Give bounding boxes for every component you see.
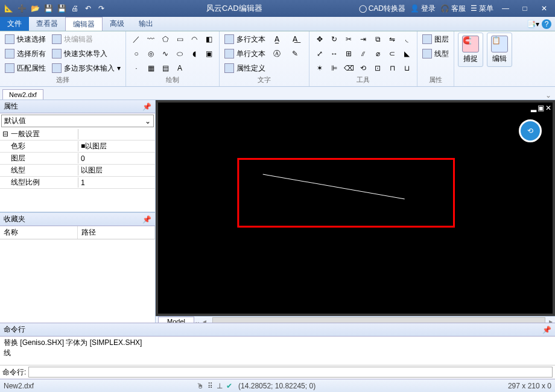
minimize-button[interactable]: — [498,2,513,14]
prop-row-color[interactable]: 色彩■以图层 [0,141,155,153]
save-icon[interactable]: 💾 [42,2,54,14]
copy-icon[interactable]: ⧉ [371,33,384,46]
redo-icon[interactable]: ↷ [95,2,107,14]
text-tool-4-icon[interactable]: ✎ [288,47,302,60]
ellipse-icon[interactable]: ⬭ [173,47,186,60]
edit-button[interactable]: 📋编辑 [487,33,512,67]
text-tool-1-icon[interactable]: A̲ [270,33,284,46]
new-icon[interactable]: ➕ [16,2,28,14]
maximize-button[interactable]: □ [518,2,532,14]
extend-icon[interactable]: ⇥ [357,33,370,46]
hatch-icon[interactable]: ▦ [144,62,157,75]
open-icon[interactable]: 📂 [29,2,41,14]
shape-icon[interactable]: ◧ [202,33,215,46]
attrdef-button[interactable]: 属性定义 [223,62,267,75]
mirror-icon[interactable]: ⇋ [385,33,399,46]
block-editor-button[interactable]: 块编辑器 [51,33,122,46]
align-icon[interactable]: ⊫ [328,62,341,75]
point-icon[interactable]: · [130,62,143,75]
login-button[interactable]: 👤登录 [410,4,436,14]
scale-icon[interactable]: ⤢ [313,47,326,60]
join-icon[interactable]: ⊂ [385,47,399,60]
quick-select-button[interactable]: 快速选择 [4,33,47,46]
rect-icon[interactable]: ▭ [173,33,186,46]
command-input[interactable] [28,367,553,378]
fillet-icon[interactable]: ◟ [400,33,413,46]
pin-icon[interactable]: 📌 [542,326,551,334]
document-tab[interactable]: New2.dxf [2,89,43,100]
text-tool-3-icon[interactable]: Ⓐ [270,47,284,60]
linetype-button[interactable]: 线型 [421,47,450,60]
cad-converter-button[interactable]: ◯CAD转换器 [359,4,405,14]
tab-editor[interactable]: 编辑器 [65,17,103,31]
explode-icon[interactable]: ✶ [313,62,326,75]
stretch-icon[interactable]: ↔ [328,47,341,60]
help-icon[interactable]: ? [542,19,551,29]
spline-icon[interactable]: ∿ [159,47,172,60]
drawing-canvas[interactable]: ▂ ▣ ✕ ⟲ [158,103,553,314]
canvas-fab-button[interactable]: ⟲ [519,119,542,142]
circle-icon[interactable]: ○ [130,47,143,60]
block-icon[interactable]: ▣ [202,47,215,60]
polyline-icon[interactable]: 〰 [144,33,157,46]
close-button[interactable]: ✕ [537,2,551,14]
polygon-icon[interactable]: ⬠ [159,33,172,46]
print-icon[interactable]: 🖨 [69,2,81,14]
pin-icon[interactable]: 📌 [142,215,151,224]
prop-row-layer[interactable]: 图层0 [0,153,155,165]
tab-viewer[interactable]: 查看器 [29,17,65,31]
snap-button[interactable]: 🧲捕捉 [458,33,483,67]
layer-button[interactable]: 图层 [421,33,450,46]
prop-row-linetype[interactable]: 线型以图层 [0,165,155,177]
erase-icon[interactable]: ⌫ [342,62,355,75]
arc-icon[interactable]: ◠ [188,33,201,46]
app-icon[interactable]: 📐 [2,2,14,14]
stext-button[interactable]: 单行文本 [223,47,267,60]
status-snap-icon[interactable]: ✔ [226,382,232,390]
undo-icon[interactable]: ↶ [82,2,94,14]
select-all-button[interactable]: 选择所有 [4,47,47,60]
chamfer-icon[interactable]: ◣ [400,47,413,60]
canvas-min-icon[interactable]: ▂ [531,104,536,112]
tab-output[interactable]: 输出 [132,17,160,31]
tool-20-icon[interactable]: ⊓ [385,62,399,75]
region-icon[interactable]: ▤ [159,62,172,75]
text-tool-2-icon[interactable]: A͟ [288,33,302,46]
tool-18-icon[interactable]: ⟲ [357,62,370,75]
favorites-col-path[interactable]: 路径 [78,226,156,239]
trim-icon[interactable]: ✂ [342,33,355,46]
canvas-close-icon[interactable]: ✕ [545,104,551,112]
break-icon[interactable]: ⌀ [371,47,384,60]
donut-icon[interactable]: ◎ [144,47,157,60]
offset-icon[interactable]: ⫽ [357,47,370,60]
polygon-import-button[interactable]: 多边形实体输入▾ [51,62,122,75]
prop-row-linescale[interactable]: 线型比例1 [0,177,155,189]
quick-import-button[interactable]: 快速实体导入 [51,47,122,60]
tab-file[interactable]: 文件 [0,17,29,31]
status-grid-icon[interactable]: ⠿ [208,382,213,390]
pin-icon[interactable]: 📌 [142,103,151,111]
tool-19-icon[interactable]: ⊡ [371,62,384,75]
rotate-icon[interactable]: ↻ [328,33,341,46]
text-icon[interactable]: A [173,62,186,75]
saveas-icon[interactable]: 💾 [56,2,68,14]
ribbon-menu-icon[interactable]: 📑▾ [527,20,539,28]
service-button[interactable]: 🎧客服 [440,4,466,14]
tab-advanced[interactable]: 高级 [103,17,132,31]
array-icon[interactable]: ⊞ [342,47,355,60]
ellipse-arc-icon[interactable]: ◖ [188,47,201,60]
status-mouse-icon[interactable]: 🖱 [197,382,204,390]
canvas-max-icon[interactable]: ▣ [538,104,544,112]
line-icon[interactable]: ／ [130,33,143,46]
properties-filter-dropdown[interactable]: 默认值 ⌄ [1,115,154,127]
favorites-col-name[interactable]: 名称 [0,226,78,239]
ribbon-group-select: 快速选择 选择所有 匹配属性 块编辑器 快速实体导入 多边形实体输入▾ 选择 [0,31,126,86]
doctab-dropdown-icon[interactable]: ⌄ [542,91,555,100]
menu-button[interactable]: ☰菜单 [471,4,493,14]
status-ortho-icon[interactable]: ⊥ [217,382,223,390]
move-icon[interactable]: ✥ [313,33,326,46]
tool-21-icon[interactable]: ⊔ [400,62,413,75]
mtext-button[interactable]: 多行文本 [223,33,267,46]
match-props-button[interactable]: 匹配属性 [4,62,47,75]
prop-section-general[interactable]: 一般设置 [0,128,155,141]
